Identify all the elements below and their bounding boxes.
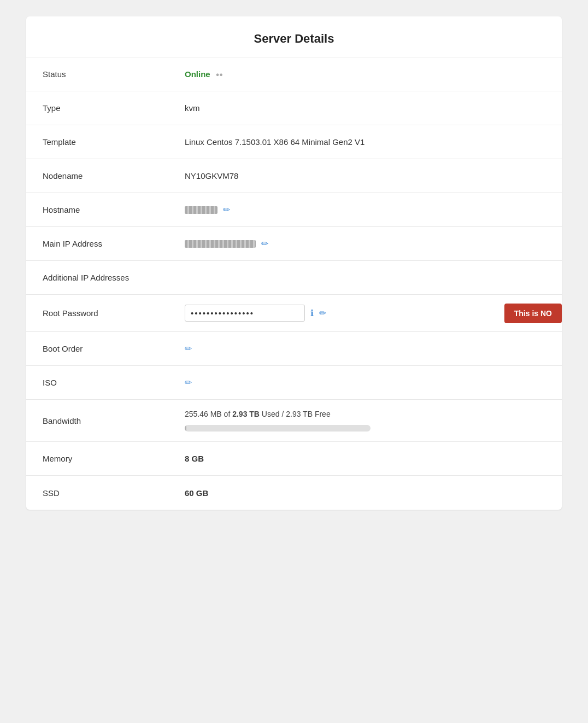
hostname-blurred (185, 206, 217, 214)
bandwidth-wrapper: 255.46 MB of 2.93 TB Used / 2.93 TB Free (185, 410, 371, 432)
iso-edit-icon[interactable]: ✏ (185, 377, 192, 388)
label-status: Status (43, 69, 185, 79)
boot-order-edit-icon[interactable]: ✏ (185, 343, 192, 354)
value-main-ip: ✏ (185, 238, 545, 249)
page-title: Server Details (26, 16, 562, 57)
value-ssd: 60 GB (185, 488, 545, 498)
label-template: Template (43, 137, 185, 147)
ssd-text: 60 GB (185, 488, 208, 498)
this-is-no-button[interactable]: This is NO (504, 304, 562, 323)
label-additional-ip: Additional IP Addresses (43, 273, 185, 282)
label-main-ip: Main IP Address (43, 239, 185, 248)
type-text: kvm (185, 103, 200, 113)
row-root-password: Root Password ℹ ✏ This is NO (26, 295, 562, 332)
row-boot-order: Boot Order ✏ (26, 332, 562, 366)
value-memory: 8 GB (185, 454, 545, 463)
root-password-input[interactable] (185, 305, 305, 322)
label-hostname: Hostname (43, 205, 185, 214)
label-memory: Memory (43, 454, 185, 463)
row-status: Status Online ●● (26, 57, 562, 91)
row-type: Type kvm (26, 91, 562, 125)
bandwidth-text: 255.46 MB of 2.93 TB Used / 2.93 TB Free (185, 410, 371, 418)
status-indicator: ●● (216, 71, 223, 78)
value-status: Online ●● (185, 69, 545, 79)
label-bandwidth: Bandwidth (43, 416, 185, 425)
row-memory: Memory 8 GB (26, 442, 562, 476)
bandwidth-bar-container (185, 425, 371, 432)
label-boot-order: Boot Order (43, 344, 185, 353)
label-ssd: SSD (43, 488, 185, 498)
row-iso: ISO ✏ (26, 366, 562, 400)
value-boot-order: ✏ (185, 343, 545, 354)
template-text: Linux Centos 7.1503.01 X86 64 Minimal Ge… (185, 137, 364, 147)
hostname-edit-icon[interactable]: ✏ (223, 205, 230, 215)
value-template: Linux Centos 7.1503.01 X86 64 Minimal Ge… (185, 137, 545, 147)
server-details-card: Server Details Status Online ●● Type kvm… (26, 16, 562, 510)
row-main-ip: Main IP Address ✏ (26, 227, 562, 261)
row-bandwidth: Bandwidth 255.46 MB of 2.93 TB Used / 2.… (26, 400, 562, 442)
label-nodename: Nodename (43, 171, 185, 180)
value-type: kvm (185, 103, 545, 113)
root-password-info-icon[interactable]: ℹ (310, 308, 314, 318)
value-bandwidth: 255.46 MB of 2.93 TB Used / 2.93 TB Free (185, 410, 545, 432)
bandwidth-bar-fill (185, 425, 186, 432)
status-online-text: Online (185, 69, 210, 79)
root-password-edit-icon[interactable]: ✏ (319, 308, 326, 318)
row-template: Template Linux Centos 7.1503.01 X86 64 M… (26, 125, 562, 159)
value-iso: ✏ (185, 377, 545, 388)
row-ssd: SSD 60 GB (26, 476, 562, 510)
page-container: Server Details Status Online ●● Type kvm… (0, 0, 588, 723)
label-iso: ISO (43, 378, 185, 387)
row-additional-ip: Additional IP Addresses (26, 261, 562, 295)
value-hostname: ✏ (185, 205, 545, 215)
main-ip-edit-icon[interactable]: ✏ (261, 238, 268, 249)
value-nodename: NY10GKVM78 (185, 171, 545, 180)
label-type: Type (43, 103, 185, 113)
row-nodename: Nodename NY10GKVM78 (26, 159, 562, 193)
main-ip-blurred (185, 240, 256, 248)
value-root-password: ℹ ✏ (185, 305, 545, 322)
memory-text: 8 GB (185, 454, 204, 463)
row-hostname: Hostname ✏ (26, 193, 562, 227)
nodename-text: NY10GKVM78 (185, 171, 238, 180)
label-root-password: Root Password (43, 308, 185, 318)
